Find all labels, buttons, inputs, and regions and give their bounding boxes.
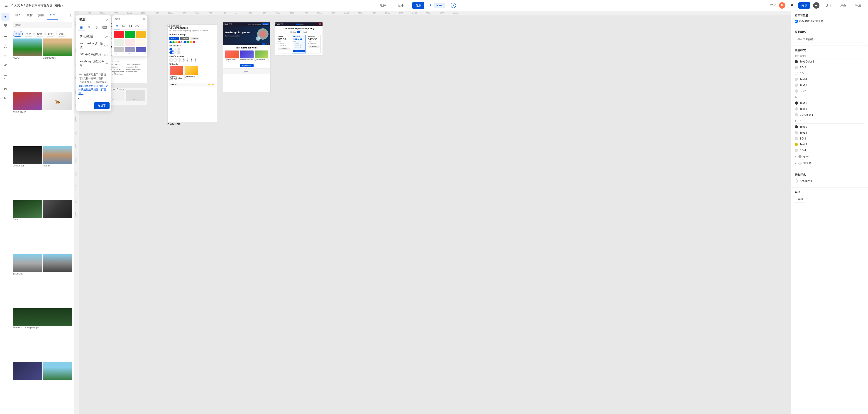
list-item[interactable]: 🐅 [43, 93, 72, 146]
cat-avatar[interactable]: 头像 [13, 31, 23, 37]
inspect-tab[interactable]: 标注 [852, 2, 864, 9]
breadcrumb-arrow[interactable]: ▾ [62, 4, 63, 7]
list-item[interactable]: Eberhard · grossgasteiger [13, 308, 72, 362]
res-item-3[interactable]: ant design 原型组件库 40 [78, 58, 110, 69]
switch-off-2[interactable] [175, 51, 180, 54]
style-row-text-5[interactable]: Text 5 [795, 107, 864, 111]
tab-illustrations[interactable]: 插图 [13, 11, 24, 20]
tab-icons[interactable]: 插图 [35, 11, 47, 20]
list-item[interactable]: Lia Brownsky [43, 38, 72, 92]
icon-1[interactable]: ⊙ [169, 59, 173, 62]
icon-2[interactable]: ♥ [174, 59, 177, 62]
style-row-text-4[interactable]: Text 4 [795, 77, 864, 81]
tab-materials[interactable]: 组件 [395, 2, 407, 9]
hand-tool[interactable] [1, 85, 9, 93]
icon-4[interactable]: ✉ [182, 59, 185, 62]
design-tab[interactable]: 设计 [822, 2, 834, 9]
res-tab-text[interactable]: ✉ [86, 24, 93, 31]
play-button[interactable]: ▶ [813, 2, 819, 9]
res-tab-image[interactable]: ⊙ [93, 24, 100, 31]
zoom-display[interactable]: 26% [770, 4, 776, 7]
list-item[interactable]: Declan Sun [13, 146, 42, 200]
asset-sub-tab-code[interactable]: </> [134, 23, 141, 29]
list-item[interactable]: Bak David [13, 254, 42, 308]
style-row-bg-color-1[interactable]: BG Color 1 [795, 112, 864, 117]
res-item-1[interactable]: arco design 设计系统 228 [78, 40, 110, 51]
style-row-shadow-4[interactable]: Shadow 4 [795, 179, 864, 183]
res-desc-link[interactable]: 前好松地使用资源内容，帮你快速搭建线框图、页面等。 [79, 84, 108, 95]
pencil-tool[interactable] [1, 61, 9, 69]
res-close-btn[interactable]: ✕ [106, 18, 108, 22]
mini-btn-tertiary[interactable]: Primary [190, 37, 199, 40]
comment-tool[interactable] [1, 73, 9, 81]
select-tool[interactable] [1, 13, 9, 21]
cat-food[interactable]: 食物 [34, 31, 44, 37]
plan-btn-premium[interactable]: Get started [308, 45, 319, 48]
plan-btn-free[interactable]: Get started [278, 47, 290, 50]
switch-on-2[interactable] [169, 51, 175, 54]
match-canvas-checkbox[interactable] [795, 20, 798, 23]
tab-materials[interactable]: 素材 [24, 11, 35, 20]
icon-5[interactable]: ☺ [186, 59, 189, 62]
style-row-text-1b[interactable]: Text 1 [795, 125, 864, 129]
icon-3[interactable]: ⊕ [178, 59, 181, 62]
style-row-bg-2[interactable]: BG 2 [795, 65, 864, 70]
switch-on[interactable] [169, 48, 175, 50]
asset-sub-close[interactable]: ✕ [143, 18, 145, 21]
shape-tool[interactable] [1, 34, 9, 42]
cat-scenery[interactable]: 风景 [45, 31, 55, 37]
text-tool[interactable]: T [1, 52, 9, 60]
tab-gallery[interactable]: 图库 [47, 11, 58, 20]
list-item[interactable] [43, 362, 72, 413]
style-row-bgcolor[interactable]: ▶ 背景色 [795, 160, 864, 166]
landing-cta-btn[interactable]: Sign Up [262, 23, 269, 25]
icon-7[interactable]: ⊞ [194, 59, 197, 62]
plan-btn-standard[interactable]: Get started [293, 50, 305, 52]
switch-off[interactable] [175, 48, 180, 50]
cat-animal[interactable]: 功物 [24, 31, 34, 37]
mini-btn-secondary[interactable]: Primary [180, 37, 189, 40]
asset-sub-tab-component[interactable]: ⊞ [114, 23, 120, 29]
show-page-color-btn[interactable]: 显示页面颜色 [795, 36, 864, 43]
list-item[interactable] [13, 362, 42, 413]
tab-new-badge[interactable]: New [434, 3, 445, 8]
style-row-text-color-1[interactable]: Text Color 1 [795, 59, 864, 64]
resource-toggle-icon[interactable]: ⊞ [451, 3, 456, 8]
style-row-text-3[interactable]: Text 3 [795, 83, 864, 88]
style-row-text-3b[interactable]: Text 3 [795, 142, 864, 147]
asset-sub-tab-image[interactable]: 🖼 [127, 23, 133, 29]
frame-tool[interactable] [1, 22, 9, 30]
list-item[interactable] [43, 254, 72, 308]
res-tab-component[interactable]: ⊞ [78, 24, 85, 31]
explore-btn[interactable]: Explore Now [240, 64, 254, 67]
style-row-text-4b[interactable]: Text 4 [795, 131, 864, 135]
style-row-gray[interactable]: ▶ gray [795, 154, 864, 159]
icon-6[interactable]: ⚙ [190, 59, 193, 62]
style-row-bg-4[interactable]: BG 4 [795, 148, 864, 153]
asset-sub-tab-text[interactable]: Aa [120, 23, 127, 29]
pen-tool[interactable] [1, 43, 9, 51]
res-item-0[interactable]: 简约原型图 20 [78, 33, 110, 40]
upload-icon[interactable]: ⬆ [69, 13, 71, 17]
cat-building[interactable]: 建筑 [56, 31, 66, 37]
list-item[interactable]: Hunter Reilly [13, 93, 42, 146]
zoom-tool[interactable] [1, 94, 9, 102]
list-item[interactable]: Paul Bill [43, 146, 72, 200]
share-button[interactable]: 分享 [798, 2, 810, 9]
ai-button[interactable]: AI [788, 3, 796, 8]
res-item-2[interactable]: 300 手绘原型线框 103 [78, 51, 110, 58]
list-item[interactable]: Grab [13, 200, 42, 254]
style-row-bg-1[interactable]: BG 1 [795, 71, 864, 76]
style-row-text-1[interactable]: Text 1 [795, 101, 864, 105]
res-confirm-btn[interactable]: 知道了 [94, 102, 110, 109]
list-item[interactable] [43, 200, 72, 254]
style-row-bg-3[interactable]: BG 3 [795, 136, 864, 141]
tab-components[interactable]: 组件 [377, 2, 389, 9]
prototype-tab[interactable]: 原型 [837, 2, 849, 9]
list-item[interactable]: NEOM [13, 38, 42, 92]
search-input[interactable] [13, 22, 72, 28]
res-tab-code[interactable]: ⌨ [101, 24, 108, 31]
tab-resources[interactable]: 资源 [412, 2, 424, 9]
pricing-toggle-switch[interactable] [297, 31, 302, 33]
export-button[interactable]: 导出 [795, 196, 806, 203]
